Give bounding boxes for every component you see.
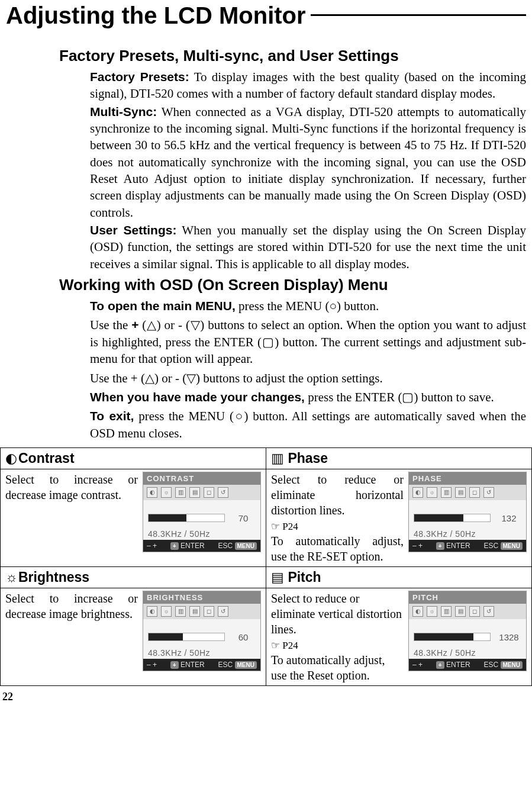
osd-freq: 48.3KHz / 50Hz: [143, 646, 260, 659]
plus1: +: [131, 318, 138, 331]
enter-label: ENTER: [446, 542, 470, 550]
esc-label: ESC: [218, 661, 233, 669]
page-title-text: Adjusting the LCD Monitor: [6, 2, 306, 29]
pitch-header: ▤ Pitch: [266, 566, 532, 588]
osd-iconrow: ◐ ☼ ▥ ▤ ◻ ↺: [409, 485, 526, 500]
osd-ic-icon: ↺: [483, 606, 494, 617]
exit-label: To exit,: [90, 409, 134, 423]
section2-body: To open the main MENU, press the MENU (○…: [59, 298, 526, 442]
osd-freq: 48.3KHz / 50Hz: [409, 646, 526, 659]
osd-table: ◐Contrast ▥ Phase Select to increase or …: [0, 447, 532, 686]
osd-ic-icon: ▥: [441, 487, 452, 498]
us-label: User Settings:: [90, 223, 176, 237]
open-label: To open the main MENU,: [90, 299, 236, 313]
brightness-icon: ☼: [5, 569, 17, 585]
esc-label: ESC: [218, 542, 233, 550]
osd-bottom: – + + ENTER ESC MENU: [409, 540, 526, 552]
brightness-title: Brightness: [18, 569, 89, 585]
osd-ic-icon: ◻: [469, 487, 480, 498]
osd-ic-icon: ◐: [412, 487, 423, 498]
phase-header: ▥ Phase: [266, 447, 532, 469]
osd-ic-icon: ◐: [147, 487, 157, 498]
osd-ic-icon: ↺: [218, 487, 228, 498]
osd-minus-plus: – +: [412, 542, 423, 550]
pitch-text1: Select to reduce or eliminate vertical d…: [271, 592, 402, 636]
osd-value: 60: [231, 632, 256, 642]
phase-text: Select to reduce or eliminate horizontal…: [271, 472, 404, 564]
select-option-para: Use the + (△) or - (▽) buttons to select…: [90, 317, 526, 367]
open-text: press the MENU (○) button.: [236, 299, 379, 313]
contrast-text: Select to increase or decrease image con…: [5, 472, 138, 552]
osd-ic-icon: ☼: [161, 487, 172, 498]
osd-bottom: – + + ENTER ESC MENU: [143, 659, 260, 671]
osd-ic-icon: ↺: [483, 487, 494, 498]
open-menu-para: To open the main MENU, press the MENU (○…: [90, 298, 526, 314]
p2b: (△) or - (▽) buttons to select an option…: [90, 318, 526, 366]
osd-freq: 48.3KHz / 50Hz: [409, 527, 526, 540]
osd-ic-icon: ◻: [469, 606, 480, 617]
osd-minus-plus: – +: [147, 542, 157, 550]
phase-icon: ▥: [271, 450, 283, 466]
osd-minus-plus: – +: [412, 661, 423, 669]
osd-freq: 48.3KHz / 50Hz: [143, 527, 260, 540]
brightness-cell: Select to increase or decrease image bri…: [1, 588, 266, 685]
osd-ic-icon: ▤: [189, 606, 200, 617]
section1-heading: Factory Presets, Multi-sync, and User Se…: [59, 47, 526, 65]
pitch-text: Select to reduce or eliminate vertical d…: [271, 591, 404, 683]
osd-ic-icon: ☼: [427, 487, 437, 498]
osd-value: 1328: [496, 632, 521, 642]
contrast-cell: Select to increase or decrease image con…: [1, 469, 266, 566]
brightness-text: Select to increase or decrease image bri…: [5, 591, 138, 671]
osd-ic-icon: ◻: [204, 606, 214, 617]
osd-value: 70: [231, 513, 256, 523]
osd-slider: [148, 633, 225, 641]
save-text: press the ENTER (▢) button to save.: [305, 390, 494, 404]
body: Factory Presets, Multi-sync, and User Se…: [0, 29, 532, 442]
contrast-title: Contrast: [18, 450, 75, 466]
osd-bottom: – + + ENTER ESC MENU: [143, 540, 260, 552]
osd-ic-icon: ☼: [427, 606, 437, 617]
menu-btn-icon: MENU: [501, 661, 523, 669]
pitch-screenshot: PITCH ◐ ☼ ▥ ▤ ◻ ↺ 1328: [408, 591, 527, 683]
osd-value: 132: [496, 513, 521, 523]
osd-ic-icon: ☼: [161, 606, 172, 617]
menu-btn-icon: MENU: [235, 542, 257, 550]
osd-ic-icon: ◐: [412, 606, 423, 617]
osd-title: PHASE: [409, 472, 526, 485]
osd-ic-icon: ▥: [441, 606, 452, 617]
ms-text: When connected as a VGA display, DTI-520…: [90, 105, 526, 220]
osd-minus-plus: – +: [147, 661, 157, 669]
osd-ic-icon: ▥: [175, 487, 186, 498]
osd-iconrow: ◐ ☼ ▥ ▤ ◻ ↺: [409, 604, 526, 619]
factory-presets-para: Factory Presets: To display images with …: [90, 69, 526, 102]
contrast-screenshot: CONTRAST ◐ ☼ ▥ ▤ ◻ ↺ 70: [143, 472, 261, 552]
multi-sync-para: Multi-Sync: When connected as a VGA disp…: [90, 104, 526, 221]
section1-body: Factory Presets: To display images with …: [59, 69, 526, 272]
pitch-icon: ▤: [271, 569, 283, 585]
pitch-ref: ☞ P24: [271, 640, 298, 651]
ms-label: Multi-Sync:: [90, 105, 157, 118]
exit-para: To exit, press the MENU (○) button. All …: [90, 408, 526, 442]
osd-ic-icon: ▤: [455, 487, 466, 498]
adjust-para: Use the + (△) or - (▽) buttons to adjust…: [90, 370, 526, 387]
osd-title: PITCH: [409, 591, 526, 604]
osd-iconrow: ◐ ☼ ▥ ▤ ◻ ↺: [143, 604, 260, 619]
brightness-screenshot: BRIGHTNESS ◐ ☼ ▥ ▤ ◻ ↺ 60: [143, 591, 261, 671]
page-number: 22: [0, 686, 532, 703]
title-rule: [311, 14, 526, 16]
osd-ic-icon: ◻: [204, 487, 214, 498]
osd-iconrow: ◐ ☼ ▥ ▤ ◻ ↺: [143, 485, 260, 500]
brightness-header: ☼Brightness: [1, 566, 266, 588]
phase-text2: To automatically adjust, use the RE-SET …: [271, 534, 404, 563]
user-settings-para: User Settings: When you manually set the…: [90, 222, 526, 272]
osd-slider: [414, 633, 491, 641]
enter-label: ENTER: [446, 661, 470, 669]
osd-ic-icon: ▤: [189, 487, 200, 498]
osd-title: CONTRAST: [143, 472, 260, 485]
fp-label: Factory Presets:: [90, 70, 189, 83]
osd-ic-icon: ↺: [218, 606, 228, 617]
esc-label: ESC: [484, 542, 499, 550]
menu-btn-icon: MENU: [235, 661, 257, 669]
save-label: When you have made your changes,: [90, 390, 305, 404]
p2a: Use the: [90, 318, 131, 332]
